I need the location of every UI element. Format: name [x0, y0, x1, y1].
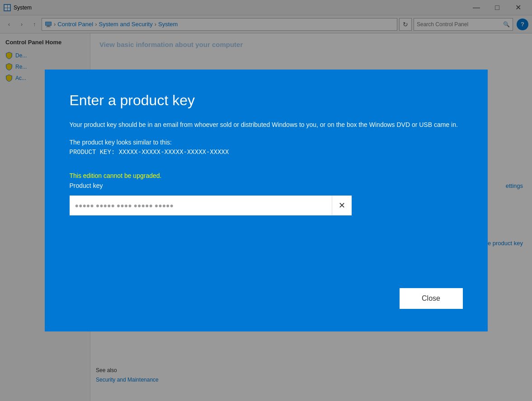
modal-input-row: ✕ — [70, 196, 463, 215]
modal-title: Enter a product key — [70, 92, 463, 109]
modal-key-info: The product key looks similar to this: — [70, 139, 463, 146]
clear-input-button[interactable]: ✕ — [332, 196, 352, 215]
modal-key-example: PRODUCT KEY: XXXXX-XXXXX-XXXXX-XXXXX-XXX… — [70, 149, 463, 156]
product-key-modal: Enter a product key Your product key sho… — [45, 70, 488, 331]
modal-product-key-label: Product key — [70, 182, 463, 189]
modal-edition-warning: This edition cannot be upgraded. — [70, 172, 463, 179]
window: System — □ ✕ ‹ › ↑ › Control Panel › Sys… — [0, 0, 532, 401]
modal-close-button[interactable]: Close — [400, 288, 463, 309]
modal-overlay: Enter a product key Your product key sho… — [0, 0, 532, 401]
modal-description: Your product key should be in an email f… — [70, 120, 458, 130]
product-key-input[interactable] — [70, 196, 332, 215]
